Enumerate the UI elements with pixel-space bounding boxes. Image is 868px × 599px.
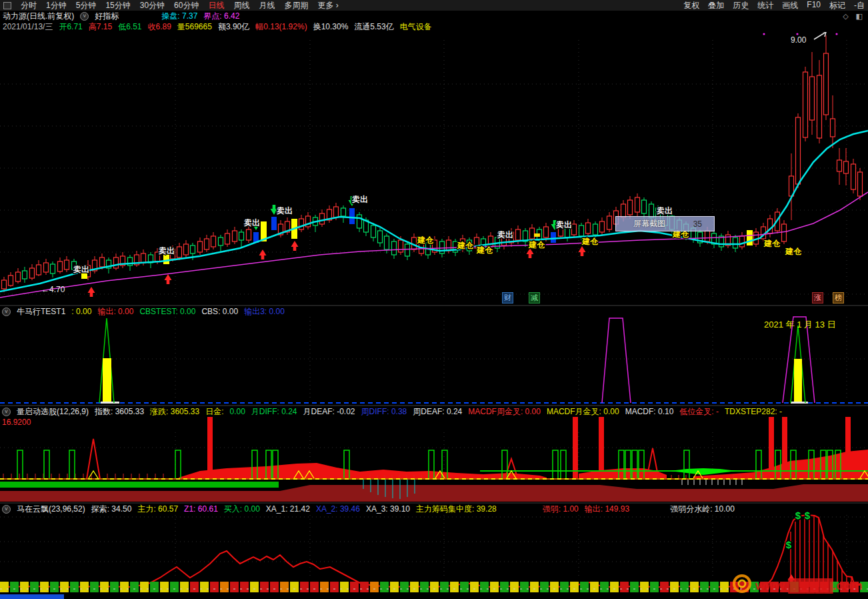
menu-item-6[interactable]: 日线 [208,0,224,11]
blue-signal-bar [551,232,556,243]
p4-strength-band [150,582,159,592]
menu-right-item-3[interactable]: 统计 [757,0,773,11]
blue-signal-bar [271,217,277,230]
dollar-signal: $ [805,510,811,521]
menu-item-10[interactable]: 更多 › [317,0,338,11]
menu-item-4[interactable]: 30分钟 [140,0,165,11]
p4-strength-band [70,582,79,592]
bottom-scrollbar [0,594,64,599]
magenta-dots [763,33,765,35]
candle-body [621,204,626,217]
p3-green-bar [69,450,75,479]
buy-up-arrow [579,246,586,256]
menu-item-9[interactable]: 多周期 [284,0,308,11]
p2-date-label: 2021 年 1 月 13 日 [764,320,836,330]
p4-strength-band [710,582,719,592]
menu-item-1[interactable]: 1分钟 [46,0,67,11]
candle-body [447,240,451,251]
menu-item-5[interactable]: 60分钟 [174,0,199,11]
menu-right-item-6[interactable]: 标记 [829,0,845,11]
chart-badge-财[interactable]: 财 [502,292,513,304]
p4-strength-band [390,582,399,592]
candle-body [572,224,577,235]
p4-strength-band [410,582,419,592]
candle-body [357,215,362,228]
p4-strength-band [300,582,309,592]
panel-p2-collapse-icon[interactable]: ˅ [2,308,11,316]
build-position-label: 建仓 [581,237,599,246]
menu-right-item-5[interactable]: F10 [807,0,821,11]
p4-strength-band [280,582,289,592]
p4-strength-band [160,582,169,592]
panel-p3a-token-9: MACDF周金叉: 0.00 [468,406,541,418]
p4-strength-band [20,582,29,592]
menu-item-8[interactable]: 月线 [259,0,275,11]
p4-strength-band [170,582,179,592]
p4-strength-band [440,582,449,592]
chart-badge-减[interactable]: 减 [529,292,540,304]
p4-strength-band [510,582,519,592]
p4-strength-band [90,582,99,592]
buy-up-arrow [527,248,534,258]
screenshot-tooltip[interactable]: 屏幕截图 35 [615,216,715,231]
candle-body [177,247,182,257]
p4-strength-band [200,582,209,592]
info3-token-3: 低6.51 [118,21,141,33]
panel-p4-token-6: XA_2: 39.46 [316,504,360,514]
menu-item-3[interactable]: 15分钟 [105,0,130,11]
panel-p4-token-3: Z1: 60.61 [184,504,218,514]
menu-item-7[interactable]: 周线 [233,0,249,11]
menu-right-item-1[interactable]: 叠加 [708,0,724,11]
menu-right-item-0[interactable]: 复权 [683,0,699,11]
panel-p2-token-5: 输出3: 0.00 [244,306,285,318]
info2-collapse-icon[interactable]: ˅ [80,12,89,21]
chart-badge-榜[interactable]: 榜 [833,292,844,304]
split-square-icon[interactable]: ◧ [856,12,863,21]
candle-body [219,237,223,245]
p2-yellow-bar [794,359,802,402]
panel-p3a-token-7: 周DIFF: 0.38 [361,406,407,418]
sell-signal-bar [747,230,753,245]
buy-up-arrow [259,249,267,259]
p4-strength-band [640,582,649,592]
chart-badge-涨[interactable]: 涨 [812,292,823,304]
candle-body [141,253,146,263]
candle-body [51,264,55,273]
p3-red-ribbon [579,468,667,479]
panel-p2-token-3: CBSTEST: 0.00 [139,307,195,316]
panel-p4-token-11: 强弱分水岭: 10.00 [670,504,735,515]
info3-token-10: 电气设备 [400,21,432,33]
price-callout-low: ←4.70 [41,285,65,294]
p3-full-red-bar [845,417,851,479]
menu-item-2[interactable]: 5分钟 [76,0,97,11]
p4-strength-band [320,582,329,592]
p3-green-lens [670,468,737,475]
panel-header-p2: ˅牛马行TEST1: 0.00输出: 0.00CBSTEST: 0.00CBS:… [2,307,285,316]
window-grid-icon[interactable] [3,2,11,9]
candle-body [607,216,612,229]
p3-green-bar [561,450,566,479]
p3-green-bar [553,450,558,479]
panel-p2-token-4: CBS: 0.00 [201,307,238,316]
panel-p3a-token-11: MACDF: 0.10 [625,407,674,416]
menu-right-item-4[interactable]: 画线 [782,0,798,11]
info3-token-0: 2021/01/13/三 [3,21,53,33]
menu-item-0[interactable]: 分时 [21,0,37,11]
panel-p3a-collapse-icon[interactable]: ˅ [2,408,11,416]
panel-p3a-token-6: 月DEAF: -0.02 [303,406,355,418]
panel-p4-token-2: 主力: 60.57 [137,504,178,515]
menu-right-item-7[interactable]: -自 [854,0,865,11]
candle-body [37,265,41,275]
p3-green-band [0,482,279,488]
build-position-label: 建仓 [457,241,474,250]
candle-body [239,232,244,240]
sell-label: 卖出 [158,246,175,255]
candle-body [58,261,63,271]
menu-right-item-2[interactable]: 历史 [733,0,749,11]
sell-label: 卖出 [73,265,89,274]
panel-p4-collapse-icon[interactable]: ˅ [2,505,11,514]
candle-body [837,160,842,171]
p3-green-bar [17,450,23,479]
callout-arrow-line [814,32,826,39]
diamond-icon[interactable]: ◇ [843,12,848,21]
